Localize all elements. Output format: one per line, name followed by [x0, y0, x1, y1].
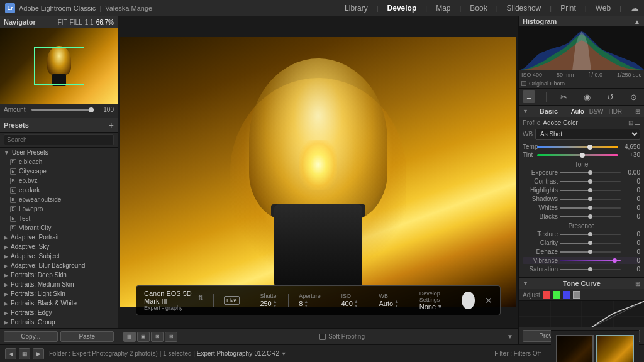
zoom-1-1[interactable]: 1:1 [85, 19, 94, 26]
preset-group-user-header[interactable]: ▼ User Presets [0, 148, 118, 157]
tool-redeye-icon[interactable]: ↺ [604, 90, 617, 103]
preset-group-adaptive-sky[interactable]: ▶Adaptive: Sky [0, 242, 118, 251]
filmstrip-thumb-2[interactable] [596, 335, 634, 362]
tab-hdr[interactable]: HDR [606, 108, 624, 115]
zoom-fill[interactable]: FILL [70, 19, 82, 26]
preset-item-cityscape[interactable]: B Cityscape [0, 167, 118, 176]
filmstrip-thumb-1[interactable] [556, 335, 594, 362]
vibrance-track[interactable] [560, 260, 621, 261]
histogram-header[interactable]: Histogram ▲ [519, 16, 644, 26]
tc-green-circle[interactable] [553, 291, 560, 299]
preset-item-cbleach[interactable]: B c.bleach [0, 157, 118, 167]
paste-button[interactable]: Paste [60, 331, 114, 342]
preset-group-portraits-deep[interactable]: ▶Portraits: Deep Skin [0, 270, 118, 280]
texture-track[interactable] [560, 234, 621, 235]
view-survey-button[interactable]: ⊟ [165, 332, 177, 342]
preset-group-adaptive-portrait[interactable]: ▶Adaptive: Portrait [0, 233, 118, 242]
dehaze-track[interactable] [560, 251, 621, 253]
contrast-track[interactable] [560, 181, 621, 182]
original-photo-checkbox[interactable] [521, 81, 526, 86]
saturation-thumb[interactable] [588, 267, 592, 272]
filmstrip-grid-btn[interactable]: ▦ [19, 348, 30, 359]
presets-add-button[interactable]: + [109, 120, 114, 130]
filmstrip-fwd-btn[interactable]: ▶ [33, 348, 44, 359]
preset-item-test[interactable]: B Test [0, 214, 118, 223]
preset-item-epwear[interactable]: B epwear.outside [0, 195, 118, 204]
temp-thumb[interactable] [587, 145, 592, 150]
soft-proofing-toggle[interactable]: Soft Proofing [319, 333, 365, 340]
nav-print[interactable]: Print [560, 4, 576, 13]
filmstrip-back-btn[interactable]: ◀ [5, 348, 16, 359]
exposure-thumb[interactable] [588, 170, 592, 175]
zoom-fit[interactable]: FIT [58, 19, 67, 26]
tc-lum-circle[interactable] [573, 291, 580, 299]
cam-close-button[interactable]: ✕ [485, 295, 492, 305]
view-grid-button[interactable]: ▦ [123, 332, 136, 342]
preset-group-portraits-edgy[interactable]: ▶Portraits: Edgy [0, 308, 118, 317]
main-image-area[interactable]: Canon EOS 5D Mark III ⇅ Expert - graphy … [118, 16, 518, 328]
tool-crop-icon[interactable]: ✂ [557, 90, 570, 103]
soft-proofing-checkbox[interactable] [319, 334, 326, 340]
whites-thumb[interactable] [588, 206, 592, 210]
cloud-icon[interactable]: ☁ [630, 3, 639, 13]
tc-blue-circle[interactable] [563, 291, 570, 299]
develop-white-circle[interactable] [462, 292, 475, 309]
iso-stepper[interactable]: ▲▼ [354, 299, 358, 308]
wb-stepper[interactable]: ▲▼ [394, 299, 399, 308]
contrast-thumb[interactable] [588, 179, 592, 184]
preset-item-epbvz[interactable]: B ep.bvz [0, 176, 118, 185]
tab-bw[interactable]: B&W [587, 108, 606, 115]
vibrance-thumb[interactable] [613, 258, 617, 263]
preset-group-portraits-light[interactable]: ▶Portraits: Light Skin [0, 289, 118, 299]
shadows-track[interactable] [560, 199, 621, 200]
tc-red-circle[interactable] [543, 291, 550, 299]
nav-slideshow[interactable]: Slideshow [507, 4, 541, 13]
presets-header[interactable]: Presets + [0, 118, 118, 133]
profile-icon1[interactable]: ⊞ [628, 119, 633, 126]
folder-path-arrow[interactable]: ▼ [281, 351, 287, 357]
basic-section-header[interactable]: ▼ Basic Auto B&W HDR ⊞ [519, 106, 644, 117]
nav-map[interactable]: Map [436, 4, 450, 13]
whites-track[interactable] [560, 207, 621, 209]
preset-item-vibrantcity[interactable]: B Vibrant City [0, 223, 118, 233]
amount-track[interactable] [31, 109, 94, 111]
preset-item-lowepro[interactable]: B Lowepro [0, 204, 118, 214]
nav-book[interactable]: Book [470, 4, 487, 13]
preset-group-portraits-bw[interactable]: ▶Portraits: Black & White [0, 299, 118, 308]
histogram-expand-button[interactable]: ▲ [634, 18, 640, 25]
texture-thumb[interactable] [588, 232, 592, 236]
dehaze-thumb[interactable] [588, 250, 592, 254]
wb-select[interactable]: As Shot Auto Daylight Cloudy Custom [535, 129, 640, 140]
profile-icon2[interactable]: ☰ [635, 119, 640, 126]
nav-develop[interactable]: Develop [387, 4, 417, 13]
proof-expand-button[interactable]: ▼ [507, 333, 513, 340]
tint-thumb[interactable] [580, 153, 585, 158]
preset-item-epdark[interactable]: B ep.dark [0, 185, 118, 195]
temp-slider[interactable] [537, 146, 618, 148]
shadows-thumb[interactable] [588, 197, 592, 201]
preset-group-portraits-group[interactable]: ▶Portraits: Group [0, 317, 118, 327]
copy-button[interactable]: Copy... [4, 331, 58, 342]
presets-search-input[interactable] [4, 134, 114, 145]
highlights-track[interactable] [560, 190, 621, 191]
tab-auto[interactable]: Auto [569, 108, 586, 115]
exposure-track[interactable] [560, 172, 621, 173]
nav-web[interactable]: Web [596, 4, 611, 13]
tool-gradient-icon[interactable]: ⊙ [628, 90, 640, 103]
preset-group-adaptive-blur[interactable]: ▶Adaptive: Blur Background [0, 261, 118, 270]
blacks-track[interactable] [560, 216, 621, 217]
saturation-track[interactable] [560, 269, 621, 270]
tone-curve-header[interactable]: ▼ Tone Curve ⊞ [519, 278, 644, 289]
view-compare-button[interactable]: ⊞ [151, 332, 164, 342]
tint-slider[interactable] [537, 154, 618, 156]
preset-group-adaptive-subject[interactable]: ▶Adaptive: Subject [0, 251, 118, 261]
clarity-thumb[interactable] [588, 241, 592, 245]
clarity-track[interactable] [560, 243, 621, 244]
nav-library[interactable]: Library [345, 4, 368, 13]
shutter-stepper[interactable]: ▲▼ [273, 299, 277, 308]
navigator-header[interactable]: Navigator FIT FILL 1:1 66.7% [0, 16, 118, 28]
highlights-thumb[interactable] [588, 188, 592, 192]
aperture-stepper[interactable]: ▲▼ [304, 299, 308, 308]
preset-group-portraits-medium[interactable]: ▶Portraits: Medium Skin [0, 280, 118, 289]
tool-spot-icon[interactable]: ◉ [581, 90, 594, 103]
